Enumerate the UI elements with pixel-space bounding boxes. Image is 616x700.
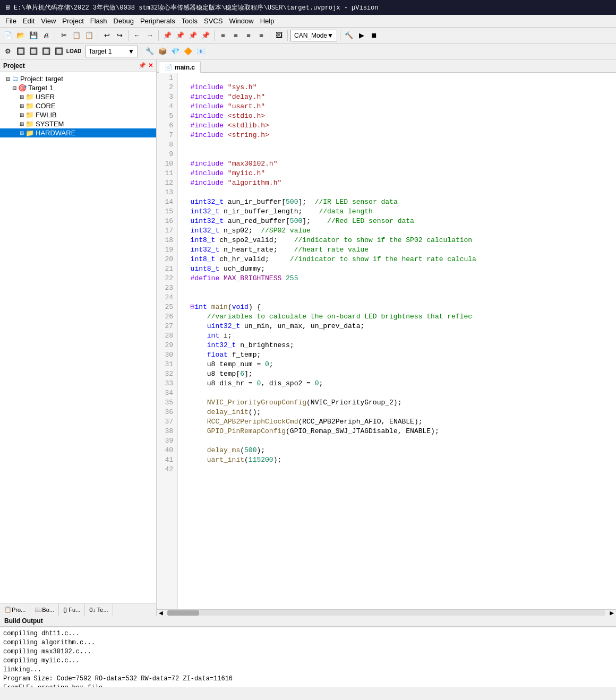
- back-button[interactable]: ←: [131, 30, 143, 41]
- new-file-button[interactable]: 📄: [2, 30, 14, 41]
- menu-help[interactable]: Help: [257, 16, 278, 26]
- menu-view[interactable]: View: [38, 16, 59, 26]
- expander-core[interactable]: ⊞: [18, 103, 25, 109]
- open-button[interactable]: 📂: [15, 30, 27, 41]
- tree-system[interactable]: ⊞ 📁 SYSTEM: [0, 119, 156, 128]
- expander-user[interactable]: ⊞: [18, 94, 25, 100]
- hardware-label: HARDWARE: [36, 129, 75, 137]
- menu-file[interactable]: File: [2, 16, 20, 26]
- align3-button[interactable]: ≡: [243, 30, 254, 41]
- expander-system[interactable]: ⊞: [18, 121, 25, 127]
- tab-file-icon: 📄: [165, 64, 173, 71]
- fwlib-label: FWLIB: [36, 111, 57, 119]
- tb2-btn3[interactable]: 🔲: [28, 46, 39, 57]
- hardware-folder-icon: 📁: [25, 129, 34, 137]
- tree-fwlib[interactable]: ⊞ 📁 FWLIB: [0, 110, 156, 119]
- expander-target1[interactable]: ⊟: [11, 85, 18, 91]
- build-output-line: Program Size: Code=7592 RO-data=532 RW-d…: [3, 675, 613, 684]
- tab-templates[interactable]: 0↓ Te...: [85, 603, 113, 616]
- tb2-btn5[interactable]: 🔲: [53, 46, 65, 57]
- tb2-btn1[interactable]: ⚙: [2, 46, 14, 57]
- bookmark2-button[interactable]: 📌: [174, 30, 186, 41]
- pin-icon[interactable]: 📌: [139, 62, 146, 69]
- forward-button[interactable]: →: [144, 30, 156, 41]
- project-header: Project 📌 ✕: [0, 59, 156, 72]
- project-icon: 🗂: [12, 75, 19, 83]
- tb2-btn10[interactable]: 📧: [195, 46, 207, 57]
- tree-target1[interactable]: ⊟ 🎯 Target 1: [0, 83, 156, 92]
- toolbar2: ⚙ 🔲 🔲 🔲 🔲 LOAD Target 1 ▼ 🔧 📦 💎 🔶 📧: [0, 44, 616, 59]
- menu-debug[interactable]: Debug: [110, 16, 137, 26]
- tb2-btn7[interactable]: 📦: [157, 46, 168, 57]
- tab-functions[interactable]: {} Fu...: [59, 603, 85, 616]
- expander-hardware[interactable]: ⊞: [18, 130, 25, 136]
- menu-flash[interactable]: Flash: [87, 16, 110, 26]
- menu-peripherals[interactable]: Peripherals: [137, 16, 178, 26]
- user-folder-icon: 📁: [25, 93, 34, 101]
- redo-button[interactable]: ↪: [114, 30, 125, 41]
- menu-window[interactable]: Window: [226, 16, 256, 26]
- sep5: [214, 30, 215, 41]
- save-button[interactable]: 💾: [28, 30, 39, 41]
- build-output-line: FromELF: creating hex file...: [3, 684, 613, 687]
- window-button[interactable]: 🖼: [273, 30, 285, 41]
- build-output-line: compiling max30102.c...: [3, 647, 613, 656]
- tb2-btn8[interactable]: 💎: [169, 46, 181, 57]
- build-output-header: Build Output: [0, 616, 616, 627]
- tb2-btn9[interactable]: 🔶: [182, 46, 194, 57]
- fwlib-folder-icon: 📁: [25, 111, 34, 119]
- tb2-btn6[interactable]: 🔧: [144, 46, 156, 57]
- run-button[interactable]: ▶: [356, 30, 367, 41]
- bookmark3-button[interactable]: 📌: [187, 30, 199, 41]
- window-title: E:\单片机代码存储\2022 3年代做\0038 stm32读心率传感器稳定版…: [14, 3, 378, 12]
- line-numbers: 1 2 3 4 5 6 7 8 9 10 11 12 13 14 15 16 1…: [157, 73, 178, 609]
- sep6: [270, 30, 270, 41]
- align4-button[interactable]: ≡: [255, 30, 267, 41]
- tab-project[interactable]: 📋 Pro...: [0, 603, 30, 616]
- close-icon[interactable]: ✕: [148, 62, 153, 69]
- build-output[interactable]: compiling dht11.c...compiling algorithm.…: [0, 627, 616, 687]
- tb2-btn2[interactable]: 🔲: [15, 46, 27, 57]
- menu-svcs[interactable]: SVCS: [201, 16, 226, 26]
- paste-button[interactable]: 📋: [83, 30, 95, 41]
- bookmark1-button[interactable]: 📌: [161, 30, 173, 41]
- can-mode-label: CAN_Mode: [294, 32, 327, 39]
- title-bar: 🖥 E:\单片机代码存储\2022 3年代做\0038 stm32读心率传感器稳…: [0, 0, 616, 15]
- tree-hardware[interactable]: ⊞ 📁 HARDWARE: [0, 128, 156, 137]
- core-folder-icon: 📁: [25, 102, 34, 110]
- code-content[interactable]: #include "sys.h" #include "delay.h" #inc…: [178, 73, 616, 609]
- bookmark4-button[interactable]: 📌: [200, 30, 211, 41]
- stop-button[interactable]: ⏹: [369, 30, 380, 41]
- tree-user[interactable]: ⊞ 📁 USER: [0, 92, 156, 101]
- load-button[interactable]: LOAD: [66, 46, 82, 57]
- align1-button[interactable]: ≡: [217, 30, 229, 41]
- tree-project[interactable]: ⊟ 🗂 Project: target: [0, 74, 156, 83]
- code-editor: 📄 main.c 1 2 3 4 5 6 7 8 9 10 11 12 13 1…: [157, 59, 616, 616]
- can-mode-dropdown[interactable]: CAN_Mode ▼: [290, 30, 337, 41]
- menu-project[interactable]: Project: [59, 16, 87, 26]
- target-dropdown[interactable]: Target 1 ▼: [85, 46, 138, 57]
- system-folder-icon: 📁: [25, 120, 34, 128]
- scroll-right-btn[interactable]: ▶: [608, 609, 616, 616]
- scroll-left-btn[interactable]: ◀: [157, 609, 165, 616]
- build-button[interactable]: 🔨: [343, 30, 355, 41]
- copy-button[interactable]: 📋: [71, 30, 82, 41]
- save-all-button[interactable]: 🖨: [40, 30, 52, 41]
- expander-fwlib[interactable]: ⊞: [18, 112, 25, 118]
- undo-button[interactable]: ↩: [101, 30, 113, 41]
- scroll-track[interactable]: [167, 610, 605, 616]
- code-scrollbar[interactable]: ◀ ▶: [157, 609, 616, 616]
- expander-project[interactable]: ⊟: [4, 76, 12, 82]
- scroll-thumb[interactable]: [167, 610, 199, 616]
- align2-button[interactable]: ≡: [230, 30, 242, 41]
- menu-edit[interactable]: Edit: [20, 16, 38, 26]
- cut-button[interactable]: ✂: [58, 30, 70, 41]
- tab-books[interactable]: 📖 Bo...: [30, 603, 59, 616]
- tb2-btn4[interactable]: 🔲: [40, 46, 52, 57]
- project-tree: ⊟ 🗂 Project: target ⊟ 🎯 Target 1 ⊞ 📁 USE…: [0, 72, 156, 603]
- menu-tools[interactable]: Tools: [178, 16, 201, 26]
- tab-main-c[interactable]: 📄 main.c: [159, 62, 201, 73]
- code-area[interactable]: 1 2 3 4 5 6 7 8 9 10 11 12 13 14 15 16 1…: [157, 73, 616, 609]
- title-icon: 🖥: [4, 4, 11, 12]
- tree-core[interactable]: ⊞ 📁 CORE: [0, 101, 156, 110]
